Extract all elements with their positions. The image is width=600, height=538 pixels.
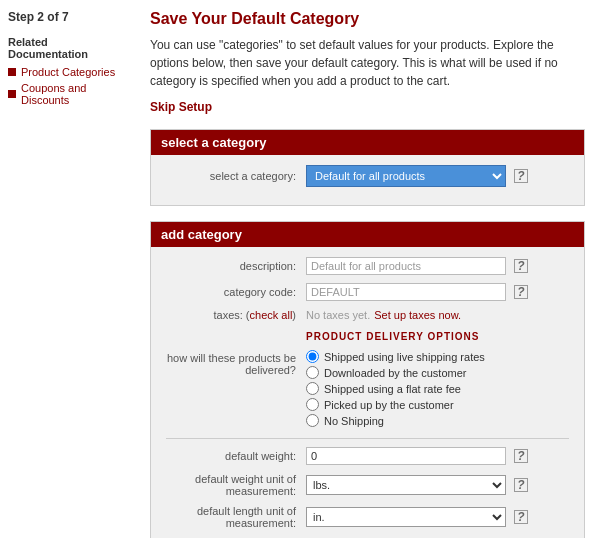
taxes-label: taxes: (check all): [166, 309, 296, 321]
weight-control: ?: [306, 447, 569, 465]
length-unit-help-icon[interactable]: ?: [514, 510, 528, 524]
category-code-input[interactable]: [306, 283, 506, 301]
add-category-header: add category: [151, 222, 584, 247]
select-category-section: select a category select a category: Def…: [150, 129, 585, 206]
description-input[interactable]: [306, 257, 506, 275]
weight-unit-select[interactable]: lbs. kg: [306, 475, 506, 495]
category-code-help-icon[interactable]: ?: [514, 285, 528, 299]
set-up-taxes-link[interactable]: Set up taxes now.: [374, 309, 461, 321]
coupons-link[interactable]: Coupons and Discounts: [21, 82, 130, 106]
delivery-radio-no-shipping[interactable]: [306, 414, 319, 427]
weight-unit-control: lbs. kg ?: [306, 475, 569, 495]
category-code-label: category code:: [166, 286, 296, 298]
delivery-row: how will these products be delivered? Sh…: [166, 350, 569, 430]
length-unit-label: default length unit of measurement:: [166, 505, 296, 529]
check-all-link[interactable]: check all: [250, 309, 293, 321]
weight-unit-row: default weight unit of measurement: lbs.…: [166, 473, 569, 497]
weight-unit-help-icon[interactable]: ?: [514, 478, 528, 492]
delivery-option-0[interactable]: Shipped using live shipping rates: [306, 350, 485, 363]
delivery-option-4[interactable]: No Shipping: [306, 414, 485, 427]
delivery-label: how will these products be delivered?: [166, 350, 296, 376]
delivery-option-2-label: Shipped using a flat rate fee: [324, 383, 461, 395]
delivery-option-4-label: No Shipping: [324, 415, 384, 427]
delivery-radio-downloaded[interactable]: [306, 366, 319, 379]
length-unit-select[interactable]: in. cm: [306, 507, 506, 527]
length-unit-row: default length unit of measurement: in. …: [166, 505, 569, 529]
bullet-icon: [8, 68, 16, 76]
no-taxes-text: No taxes yet.: [306, 309, 370, 321]
select-category-row: select a category: Default for all produ…: [166, 165, 569, 187]
select-category-help-icon[interactable]: ?: [514, 169, 528, 183]
description-help-icon[interactable]: ?: [514, 259, 528, 273]
delivery-title: PRODUCT DELIVERY OPTIONS: [166, 331, 569, 342]
delivery-option-1[interactable]: Downloaded by the customer: [306, 366, 485, 379]
page-title: Save Your Default Category: [150, 10, 585, 28]
description-control: ?: [306, 257, 569, 275]
delivery-radio-flat-rate[interactable]: [306, 382, 319, 395]
weight-unit-label: default weight unit of measurement:: [166, 473, 296, 497]
category-code-row: category code: ?: [166, 283, 569, 301]
weight-row: default weight: ?: [166, 447, 569, 465]
step-label: Step 2 of 7: [8, 10, 130, 24]
delivery-option-3[interactable]: Picked up by the customer: [306, 398, 485, 411]
select-category-header: select a category: [151, 130, 584, 155]
delivery-option-0-label: Shipped using live shipping rates: [324, 351, 485, 363]
main-content: Save Your Default Category You can use "…: [140, 0, 600, 538]
weight-help-icon[interactable]: ?: [514, 449, 528, 463]
intro-text: You can use "categories" to set default …: [150, 36, 585, 90]
sidebar: Step 2 of 7 Related Documentation Produc…: [0, 0, 140, 538]
taxes-control: No taxes yet. Set up taxes now.: [306, 309, 569, 321]
sidebar-section-title: Related Documentation: [8, 36, 130, 60]
delivery-option-1-label: Downloaded by the customer: [324, 367, 466, 379]
sidebar-item-coupons[interactable]: Coupons and Discounts: [8, 82, 130, 106]
weight-input[interactable]: [306, 447, 506, 465]
skip-setup-link[interactable]: Skip Setup: [150, 100, 585, 114]
add-category-section: add category description: ? category cod…: [150, 221, 585, 538]
delivery-radio-group: Shipped using live shipping rates Downlo…: [306, 350, 485, 430]
select-category-label: select a category:: [166, 170, 296, 182]
taxes-row: taxes: (check all) No taxes yet. Set up …: [166, 309, 569, 321]
delivery-radio-shipped-live[interactable]: [306, 350, 319, 363]
select-category-body: select a category: Default for all produ…: [151, 155, 584, 205]
delivery-radio-pickup[interactable]: [306, 398, 319, 411]
length-unit-control: in. cm ?: [306, 507, 569, 527]
delivery-control: Shipped using live shipping rates Downlo…: [306, 350, 569, 430]
bullet-icon-2: [8, 90, 16, 98]
weight-label: default weight:: [166, 450, 296, 462]
product-categories-link[interactable]: Product Categories: [21, 66, 115, 78]
delivery-option-3-label: Picked up by the customer: [324, 399, 454, 411]
sidebar-item-product-categories[interactable]: Product Categories: [8, 66, 130, 78]
category-code-control: ?: [306, 283, 569, 301]
select-category-dropdown[interactable]: Default for all products: [306, 165, 506, 187]
add-category-body: description: ? category code: ?: [151, 247, 584, 538]
description-row: description: ?: [166, 257, 569, 275]
description-label: description:: [166, 260, 296, 272]
delivery-option-2[interactable]: Shipped using a flat rate fee: [306, 382, 485, 395]
select-category-control: Default for all products ?: [306, 165, 569, 187]
